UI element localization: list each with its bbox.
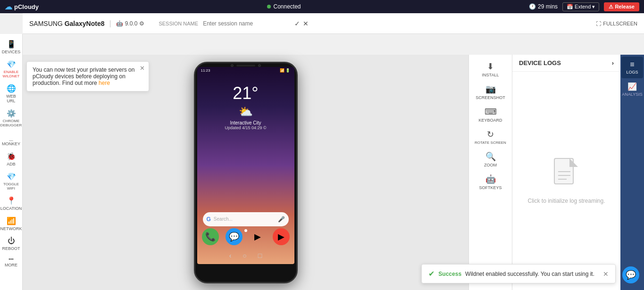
phone-bottom <box>195 264 296 282</box>
phone-screen[interactable]: 11:23 📶 🔋 21° ⛅ Interactive City Updated… <box>197 67 294 264</box>
sidebar-item-devices[interactable]: 📱 DEVICES <box>1 38 22 56</box>
tooltip-popup: ✕ You can now test your private servers … <box>26 61 149 91</box>
logs-tab-icon: ≡ <box>630 60 634 69</box>
youtube-app-icon[interactable]: ▶ <box>273 228 290 245</box>
sidebar-item-togglewifi[interactable]: 💎 TOGGLE WIFI <box>1 170 22 192</box>
rotate-button[interactable]: ↻ ROTATE SCREEN <box>470 126 511 148</box>
phone-front-camera <box>231 64 261 67</box>
top-bar: ☁ pCloudy Connected 🕐 29 mins 📅 Extend ▾… <box>0 0 644 13</box>
phone-status-bar: 11:23 📶 🔋 <box>197 67 294 74</box>
tab-analysis[interactable]: 📈 ANALYSIS <box>621 78 643 100</box>
network-icon: 📶 <box>7 216 16 225</box>
location-icon: 📍 <box>7 196 16 205</box>
success-label: Success <box>438 271 461 277</box>
sidebar-item-more[interactable]: ••• MORE <box>1 255 22 269</box>
calendar-icon: 📅 <box>567 4 573 10</box>
fullscreen-icon: ⛶ <box>596 21 601 26</box>
top-bar-right: 🕐 29 mins 📅 Extend ▾ ⚠ Release <box>529 2 639 11</box>
tooltip-link[interactable]: here <box>99 80 110 86</box>
nav-back-icon[interactable]: ‹ <box>229 252 232 259</box>
chat-bubble[interactable]: 💬 <box>622 266 639 283</box>
phone-weather: 21° ⛅ Interactive City Updated 4/15 04:2… <box>197 83 294 130</box>
adb-icon: 🐞 <box>7 152 16 161</box>
phone-device[interactable]: 11:23 📶 🔋 21° ⛅ Interactive City Updated… <box>194 62 298 283</box>
device-logs-panel: DEVICE LOGS › Click to initialize log st… <box>512 55 620 290</box>
sidebar-item-chrome-debugger[interactable]: ⚙️ CHROME DEBUGGER <box>1 107 22 129</box>
release-button[interactable]: ⚠ Release <box>604 2 639 11</box>
timer: 🕐 29 mins <box>529 3 558 10</box>
timer-label: 29 mins <box>538 3 558 10</box>
toast-message: Wildnet enabled successfully. You can st… <box>465 271 594 277</box>
separator-bar: | <box>109 19 111 28</box>
install-icon: ⬇ <box>487 61 494 72</box>
phone-app-icon[interactable]: 📞 <box>202 228 219 245</box>
logo: ☁ pCloudy <box>5 2 39 11</box>
phone-app-icons: 📞 💬 ▶ ▶ <box>197 225 294 248</box>
wildnet-icon: 💎 <box>7 60 16 69</box>
phone-city: Interactive City <box>197 120 294 125</box>
phone-temperature: 21° <box>197 83 294 103</box>
screenshot-icon: 📷 <box>485 84 496 94</box>
fullscreen-button[interactable]: ⛶ FULLSCREEN <box>596 21 637 26</box>
phone-updated: Updated 4/15 04:29 © <box>197 125 294 130</box>
tab-logs[interactable]: ≡ LOGS <box>621 57 643 78</box>
install-button[interactable]: ⬇ INSTALL <box>470 58 511 80</box>
play-store-icon[interactable]: ▶ <box>249 228 266 245</box>
confirm-icon[interactable]: ✓ <box>294 20 300 27</box>
phone-status-icons: 📶 🔋 <box>280 68 290 73</box>
sidebar-item-adb[interactable]: 🐞 ADB <box>1 150 22 168</box>
sidebar-item-network[interactable]: 📶 NETWORK <box>1 215 22 233</box>
toast-close-button[interactable]: ✕ <box>603 270 609 278</box>
sidebar-item-weburl[interactable]: 🌐 WEB URL <box>1 82 22 105</box>
nav-home-icon[interactable]: ○ <box>243 252 246 259</box>
logs-header: DEVICE LOGS › <box>512 55 620 72</box>
softkeys-icon: 🤖 <box>485 174 496 184</box>
device-brand: SAMSUNG GalaxyNote8 <box>29 20 105 27</box>
connection-status: Connected <box>267 3 301 10</box>
phone-search-bar[interactable]: G Search... 🎤 <box>203 212 289 226</box>
session-label: SESSION NAME <box>159 21 198 26</box>
logs-title: DEVICE LOGS <box>519 59 561 66</box>
top-bar-left: ☁ pCloudy <box>5 2 39 11</box>
right-tab-bar: ≡ LOGS 📈 ANALYSIS <box>620 55 644 290</box>
sidebar-item-reboot[interactable]: ⏻ REBOOT <box>1 235 22 253</box>
more-icon: ••• <box>8 257 14 262</box>
success-toast: ✔ Success Wildnet enabled successfully. … <box>421 264 616 283</box>
phone-area: ✕ You can now test your private servers … <box>23 55 468 290</box>
android-icon: 🤖 <box>116 20 123 27</box>
zoom-button[interactable]: 🔍 ZOOM <box>470 149 511 170</box>
nav-recents-icon[interactable]: □ <box>258 252 262 259</box>
connected-label: Connected <box>274 3 301 10</box>
connected-dot <box>267 5 271 8</box>
sensor-dot <box>258 64 261 67</box>
cancel-icon[interactable]: ✕ <box>303 20 309 27</box>
monkey-icon: _ <box>9 133 13 141</box>
softkeys-button[interactable]: 🤖 SOFTKEYS <box>470 171 511 193</box>
logs-body[interactable]: Click to initialize log streaming. <box>512 72 620 290</box>
clock-icon: 🕐 <box>529 3 536 10</box>
devices-icon: 📱 <box>7 40 16 49</box>
camera-dot <box>231 64 234 67</box>
logo-text: pCloudy <box>14 3 39 10</box>
google-g-logo: G <box>207 216 211 223</box>
settings-icon: ⚙ <box>139 20 144 27</box>
keyboard-icon: ⌨ <box>485 107 497 117</box>
sidebar-item-monkey[interactable]: _ MONKEY <box>1 131 22 148</box>
keyboard-button[interactable]: ⌨ KEYBOARD <box>470 104 511 125</box>
reboot-icon: ⏻ <box>8 237 15 245</box>
logs-expand-icon[interactable]: › <box>612 59 614 66</box>
tooltip-close[interactable]: ✕ <box>140 65 145 72</box>
main-content: 📱 DEVICES 💎 ENABLE WILDNET 🌐 WEB URL ⚙️ … <box>0 34 644 290</box>
screenshot-button[interactable]: 📷 SCREENSHOT <box>470 81 511 103</box>
device-actions-panel: ⬇ INSTALL 📷 SCREENSHOT ⌨ KEYBOARD ↻ ROTA… <box>468 55 512 290</box>
messages-app-icon[interactable]: 💬 <box>226 228 243 245</box>
phone-speaker <box>236 65 255 66</box>
sidebar-item-wildnet[interactable]: 💎 ENABLE WILDNET <box>1 58 22 80</box>
microphone-icon[interactable]: 🎤 <box>278 216 285 223</box>
sidebar-item-location[interactable]: 📍 LOCATION <box>1 194 22 213</box>
logs-empty-message[interactable]: Click to initialize log streaming. <box>527 198 605 204</box>
session-name-input[interactable] <box>203 20 288 27</box>
extend-button[interactable]: 📅 Extend ▾ <box>562 2 599 11</box>
left-sidebar: 📱 DEVICES 💎 ENABLE WILDNET 🌐 WEB URL ⚙️ … <box>0 34 23 290</box>
rotate-icon: ↻ <box>487 129 494 140</box>
